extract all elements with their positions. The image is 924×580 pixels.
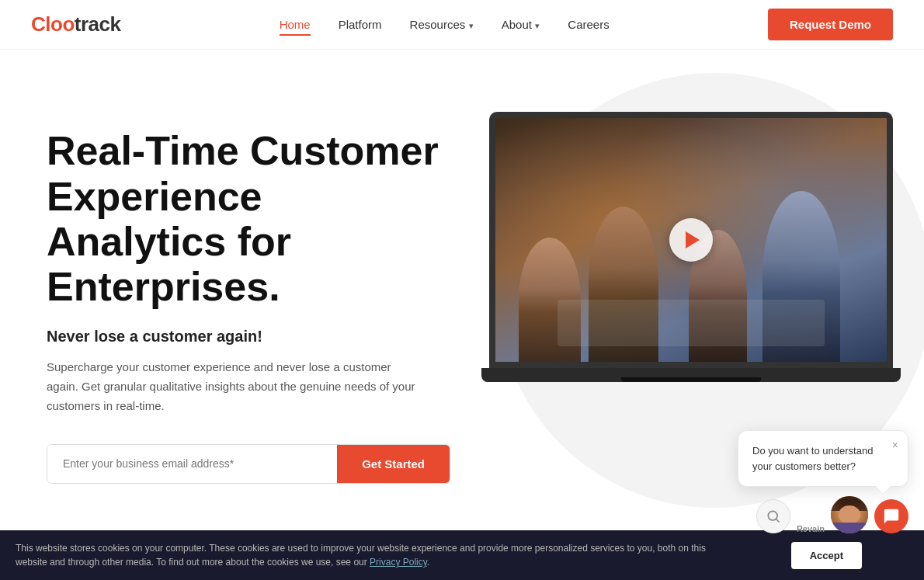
search-icon-chat[interactable] [756,499,790,533]
get-started-button[interactable]: Get Started [337,445,450,483]
play-icon [686,231,700,248]
laptop-screen [489,112,893,368]
laptop-image [495,118,887,362]
cookie-text: This website stores cookies on your comp… [16,541,714,569]
nav-link-platform[interactable]: Platform [339,18,382,31]
hero-text-block: Real-Time Customer Experience Analytics … [47,128,450,483]
logo-dark: track [75,12,121,36]
email-input[interactable] [47,445,337,482]
logo-red: Cloo [31,12,75,36]
nav-link-about[interactable]: About [502,18,532,31]
nav-item-careers[interactable]: Careers [568,18,609,32]
navbar: Clootrack Home Platform Resources About … [0,0,924,50]
privacy-policy-link[interactable]: Privacy Policy [370,557,427,568]
chat-bubble: × Do you want to understand your custome… [738,430,908,487]
chat-row: Revain [738,496,908,533]
avatar-image [831,496,868,533]
email-form: Get Started [47,444,450,484]
search-icon [766,509,781,524]
desk-surface [558,300,825,346]
nav-item-platform[interactable]: Platform [339,18,382,32]
logo[interactable]: Clootrack [31,12,120,36]
nav-link-careers[interactable]: Careers [568,18,609,31]
close-chat-button[interactable]: × [892,439,898,451]
svg-point-0 [768,511,777,520]
nav-item-home[interactable]: Home [280,18,311,32]
nav-link-home[interactable]: Home [280,18,311,36]
laptop-container [474,112,908,407]
avatar-shoulders [831,523,868,533]
revain-label: Revain [797,524,825,533]
chat-icon [883,508,900,525]
request-demo-button[interactable]: Request Demo [768,9,893,40]
hero-title: Real-Time Customer Experience Analytics … [47,128,450,309]
avatar-face-skin [839,505,861,524]
accept-cookies-button[interactable]: Accept [791,542,862,569]
play-button[interactable] [669,218,713,262]
laptop-base [481,368,901,382]
chat-icon-button[interactable] [874,499,908,533]
chat-message: Do you want to understand your customers… [752,443,894,474]
avatar[interactable] [831,496,868,533]
hero-subtitle: Never lose a customer again! [47,328,450,346]
chat-widget: × Do you want to understand your custome… [738,430,908,533]
cookie-banner: This website stores cookies on your comp… [0,530,924,580]
hero-description: Supercharge your customer experience and… [47,358,419,415]
nav-item-about[interactable]: About [502,18,540,32]
nav-links: Home Platform Resources About Careers [280,18,610,32]
svg-line-1 [776,519,780,523]
nav-item-resources[interactable]: Resources [410,18,474,32]
nav-link-resources[interactable]: Resources [410,18,466,31]
